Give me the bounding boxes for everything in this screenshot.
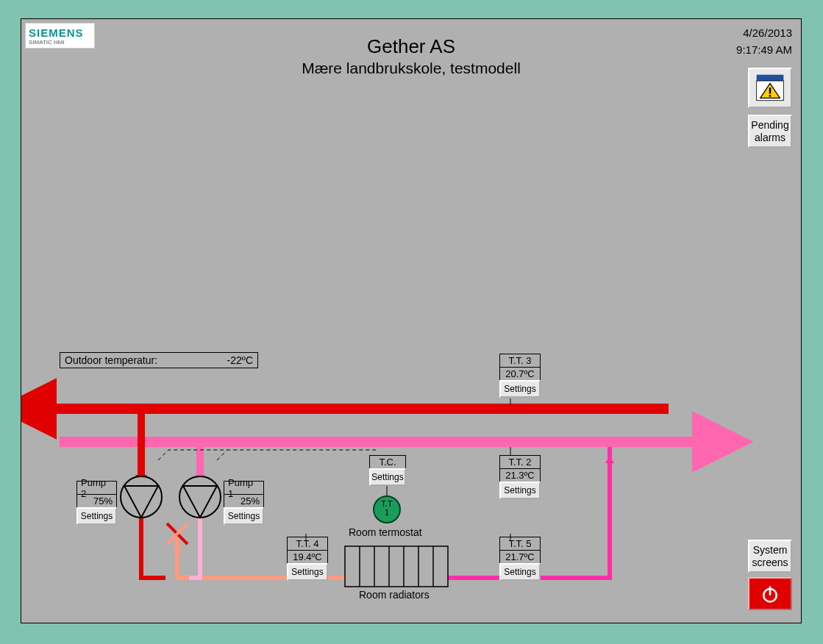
pump2-settings-button[interactable]: Settings [76,507,117,525]
pump2-block: Pump 2 75% Settings [76,481,117,525]
tc-name: T.C. [369,455,406,469]
tt3-block: T.T. 3 20.7ºC Settings [499,354,541,398]
tt3-value: 20.7ºC [499,367,541,381]
tt4-name: T.T. 4 [287,537,328,551]
svg-rect-29 [345,546,448,587]
tc-block: T.C. Settings [369,455,406,486]
tc-settings-button[interactable]: Settings [369,468,406,486]
room-radiators-label: Room radiators [359,589,430,601]
tt3-name: T.T. 3 [499,354,541,368]
svg-point-23 [121,476,162,518]
svg-marker-18 [173,543,182,550]
room-termostat-label: Room termostat [349,526,422,538]
tt2-name: T.T. 2 [499,455,541,469]
tt5-value: 21.7ºC [499,550,541,564]
pump-2-symbol [121,476,162,518]
tt4-settings-button[interactable]: Settings [287,563,328,581]
pump2-value: 75% [76,494,117,508]
tt1-b: 1 [379,509,395,517]
pump1-settings-button[interactable]: Settings [224,507,264,525]
tt4-value: 19.4ºC [287,550,328,564]
svg-marker-17 [605,456,614,463]
tt5-settings-button[interactable]: Settings [499,563,541,581]
svg-point-25 [179,476,221,518]
pump1-name: Pump 1 [224,481,264,495]
pump2-name: Pump 2 [76,481,117,495]
radiator-symbol [345,546,448,587]
tt2-block: T.T. 2 21.3ºC Settings [499,455,541,499]
hmi-panel: SIEMENS SIMATIC HMI Gether AS Mære landb… [21,18,802,623]
tt3-settings-button[interactable]: Settings [499,380,541,398]
tt5-block: T.T. 5 21.7ºC Settings [499,537,541,581]
tt2-settings-button[interactable]: Settings [499,482,541,499]
tt5-name: T.T. 5 [499,537,541,551]
tt4-block: T.T. 4 19.4ºC Settings [287,537,328,581]
tt2-value: 21.3ºC [499,468,541,482]
pump1-value: 25% [224,494,264,508]
tt1-a: T.T [379,500,395,508]
pump1-block: Pump 1 25% Settings [224,481,264,525]
pump-1-symbol [179,476,221,518]
